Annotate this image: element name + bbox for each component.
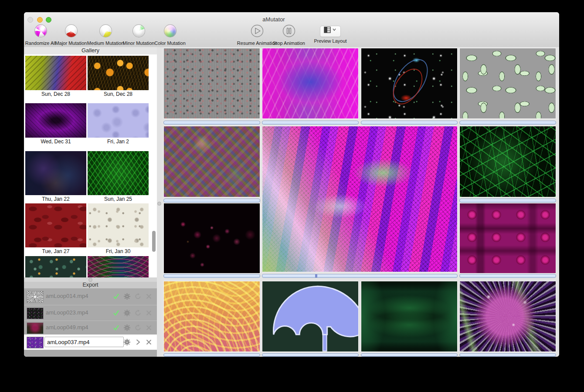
toolbar-button-preview-layout[interactable]: Preview Layout xyxy=(304,24,357,44)
umbrella-icon xyxy=(262,281,358,351)
preview-scrubber[interactable] xyxy=(163,199,260,203)
gallery-item[interactable]: Wed, Dec 31 xyxy=(25,103,86,145)
gallery-thumbnail[interactable] xyxy=(25,203,86,247)
preview-scrubber[interactable] xyxy=(163,353,260,357)
preview-cell-green-kaleidoscope[interactable] xyxy=(361,281,458,352)
gallery-item-date: Thu, Jan 22 xyxy=(25,196,86,202)
preview-scrubber[interactable] xyxy=(361,353,458,357)
preview-scrubber[interactable] xyxy=(459,274,556,278)
gallery-item[interactable] xyxy=(25,256,86,277)
color-mutation-icon xyxy=(164,24,177,37)
export-row[interactable]: amLoop014.mp4 xyxy=(24,289,157,304)
preview-cell-magenta-tiles[interactable] xyxy=(459,203,556,274)
preview-scrubber[interactable] xyxy=(459,121,556,125)
gallery-thumbnail[interactable] xyxy=(25,151,86,195)
preview-cell-magenta-fractal[interactable] xyxy=(262,48,359,119)
preview-cell-diamond-weave[interactable] xyxy=(163,126,260,197)
gallery-item[interactable]: Thu, Jan 22 xyxy=(25,151,86,202)
export-filename-input[interactable] xyxy=(44,337,124,347)
export-section-title: Export xyxy=(24,282,157,288)
preview-scrubber[interactable] xyxy=(163,274,260,278)
gear-icon[interactable] xyxy=(123,309,131,317)
gallery-thumbnail[interactable] xyxy=(88,103,149,138)
preview-cell-starfield[interactable] xyxy=(361,48,458,119)
preview-cell-umbrella[interactable] xyxy=(262,281,359,352)
export-row[interactable]: amLoop049.mp4 xyxy=(24,321,157,335)
gear-icon[interactable] xyxy=(123,293,131,300)
minor-mutation-icon xyxy=(132,24,145,37)
start-export-icon[interactable] xyxy=(134,338,142,346)
gallery-item[interactable]: Sun, Dec 28 xyxy=(25,56,86,97)
export-thumbnail xyxy=(27,308,44,319)
gallery-thumbnail[interactable] xyxy=(25,56,86,90)
gallery-export-splitter[interactable] xyxy=(24,277,157,282)
gallery-scrollbar-thumb[interactable] xyxy=(152,231,156,252)
gallery-item[interactable]: Sun, Jan 25 xyxy=(88,151,149,202)
preview-cell-selected-capsules[interactable] xyxy=(262,126,458,272)
redo-export-icon[interactable] xyxy=(134,293,142,300)
close-button[interactable] xyxy=(27,17,33,23)
blue-glow xyxy=(412,57,420,63)
gallery-item[interactable]: Tue, Jan 27 xyxy=(25,203,86,254)
preview-cell-yellow-waves[interactable] xyxy=(163,281,260,352)
export-row-active[interactable] xyxy=(24,335,157,350)
preview-cell-leaves[interactable] xyxy=(459,48,556,119)
gallery-item-date: Tue, Jan 27 xyxy=(25,248,86,254)
preview-scrubber[interactable] xyxy=(163,121,260,125)
gallery-thumbnail[interactable] xyxy=(25,256,86,277)
gallery-item-date: Wed, Dec 31 xyxy=(25,139,86,145)
preview-scrubber[interactable] xyxy=(459,353,556,357)
preview-scrubber-selected[interactable] xyxy=(262,274,458,278)
gallery-item[interactable]: Fri, Jan 30 xyxy=(88,203,149,254)
window-title: aMutator xyxy=(230,16,317,23)
gear-icon[interactable] xyxy=(123,338,131,346)
preview-cell-purple-sphere[interactable] xyxy=(459,281,556,352)
check-icon xyxy=(112,309,120,317)
toolbar-button-label: Color Mutation xyxy=(144,41,196,46)
toolbar: aMutator Randomize All Major Mutation Me… xyxy=(24,12,559,47)
medium-mutation-icon xyxy=(99,24,112,37)
gallery-thumbnail[interactable] xyxy=(88,203,149,247)
remove-export-icon[interactable] xyxy=(145,309,153,317)
gallery-thumbnail[interactable] xyxy=(25,103,86,138)
gallery-item-date: Fri, Jan 30 xyxy=(88,248,149,254)
gallery-item-date: Sun, Dec 28 xyxy=(88,91,149,97)
toolbar-button-color-mutation[interactable]: Color Mutation xyxy=(144,24,196,46)
export-row[interactable]: amLoop023.mp4 xyxy=(24,305,157,321)
sidebar-main-splitter[interactable] xyxy=(157,47,162,357)
minimize-button[interactable] xyxy=(37,17,43,23)
gallery-item-date: Sun, Dec 28 xyxy=(25,91,86,97)
gear-icon[interactable] xyxy=(123,324,131,331)
redo-export-icon[interactable] xyxy=(134,324,142,331)
export-thumbnail xyxy=(27,291,44,303)
gallery-item[interactable] xyxy=(88,256,149,277)
preview-grid xyxy=(162,47,559,357)
zoom-button[interactable] xyxy=(46,17,51,23)
remove-export-icon[interactable] xyxy=(145,324,153,331)
check-icon xyxy=(112,324,120,331)
gallery-item-date: Sun, Jan 25 xyxy=(88,196,149,202)
preview-scrubber[interactable] xyxy=(361,121,458,125)
redo-export-icon[interactable] xyxy=(134,309,142,317)
remove-export-icon[interactable] xyxy=(145,338,153,346)
red-glow xyxy=(401,95,412,101)
gallery-item[interactable]: Fri, Jan 2 xyxy=(88,103,149,145)
sidebar: Gallery Sun, Dec 28 Sun, Dec 28 Wed, Dec… xyxy=(24,47,157,357)
export-filename: amLoop049.mp4 xyxy=(46,324,88,331)
gallery-item[interactable]: Sun, Dec 28 xyxy=(88,56,149,97)
preview-scrubber[interactable] xyxy=(262,353,359,357)
preview-cell-pink-particles[interactable] xyxy=(163,203,260,274)
scrubber-position-marker[interactable] xyxy=(315,274,317,277)
gallery-thumbnail[interactable] xyxy=(88,256,149,277)
gallery-section-title: Gallery xyxy=(24,47,157,54)
remove-export-icon[interactable] xyxy=(145,293,153,300)
preview-cell-noise[interactable] xyxy=(163,48,260,119)
preview-cell-green-web[interactable] xyxy=(459,126,556,197)
gallery-thumbnail[interactable] xyxy=(88,151,149,195)
splitter-handle-icon xyxy=(88,278,92,282)
gallery-thumbnail[interactable] xyxy=(88,56,149,90)
check-icon xyxy=(112,293,120,300)
preview-scrubber[interactable] xyxy=(459,199,556,203)
splitter-handle-icon xyxy=(157,202,161,206)
preview-scrubber[interactable] xyxy=(262,121,359,125)
